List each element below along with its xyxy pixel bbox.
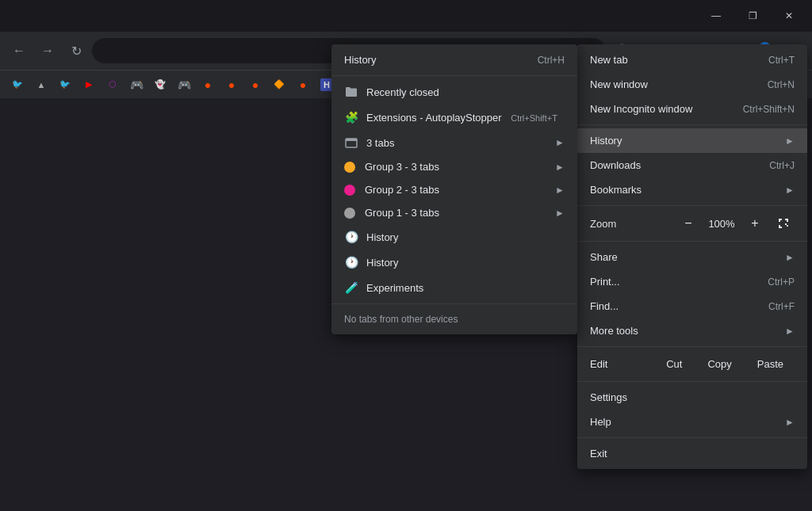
window-icon — [344, 135, 358, 150]
menu-divider-2 — [577, 205, 807, 206]
edit-row: Edit Cut Copy Paste — [577, 350, 807, 378]
edit-label: Edit — [590, 358, 655, 370]
menu-item-new-tab[interactable]: New tab Ctrl+T — [577, 48, 807, 72]
history-submenu-divider-1 — [331, 75, 577, 76]
zoom-row: Zoom − 100% + — [577, 209, 807, 238]
group1-arrow: ► — [555, 208, 565, 219]
downloads-shortcut: Ctrl+J — [769, 160, 795, 171]
bookmark-reddit3[interactable]: ● — [244, 75, 266, 94]
bookmark-bird1[interactable]: 🐦 — [6, 75, 29, 94]
paste-button[interactable]: Paste — [746, 353, 795, 375]
downloads-label: Downloads — [590, 159, 641, 171]
history-experiments[interactable]: 🧪 Experiments — [331, 275, 577, 300]
menu-item-downloads[interactable]: Downloads Ctrl+J — [577, 153, 807, 177]
menu-item-settings[interactable]: Settings — [577, 385, 807, 410]
bookmark-hex[interactable]: ⬡ — [102, 75, 124, 94]
experiments-label: Experiments — [366, 282, 565, 294]
new-incognito-label: New Incognito window — [590, 103, 692, 115]
group2-label: Group 2 - 3 tabs — [365, 184, 547, 196]
maximize-button[interactable]: ❐ — [734, 4, 771, 28]
history-arrow: ► — [785, 135, 795, 147]
history-header-label: History — [344, 54, 376, 66]
settings-label: Settings — [590, 391, 627, 403]
history-label: History — [590, 135, 622, 147]
history-autoplaystopper[interactable]: 🧩 Extensions - AutoplayStopper Ctrl+Shif… — [331, 105, 577, 130]
history-group3[interactable]: Group 3 - 3 tabs ► — [331, 155, 577, 178]
bookmark-reddit4[interactable]: ● — [292, 75, 314, 94]
svg-rect-1 — [346, 139, 357, 141]
new-incognito-shortcut: Ctrl+Shift+N — [743, 104, 795, 115]
bookmark-reddit2[interactable]: ● — [220, 75, 243, 94]
group1-dot — [344, 208, 355, 219]
history-3tabs[interactable]: 3 tabs ► — [331, 130, 577, 155]
menu-item-print[interactable]: Print... Ctrl+P — [577, 269, 807, 294]
3tabs-label: 3 tabs — [366, 137, 547, 149]
history-submenu-header[interactable]: History Ctrl+H — [331, 48, 577, 72]
zoom-label: Zoom — [590, 218, 677, 230]
chrome-menu: New tab Ctrl+T New window Ctrl+N New Inc… — [577, 44, 807, 469]
help-label: Help — [590, 416, 611, 428]
bookmark-game1[interactable]: 🎮 — [125, 75, 147, 94]
menu-divider-3 — [577, 241, 807, 242]
menu-divider-6 — [577, 437, 807, 438]
bookmark-twitter[interactable]: 🐦 — [54, 75, 76, 94]
experiments-icon: 🧪 — [344, 280, 358, 295]
history-group2[interactable]: Group 2 - 3 tabs ► — [331, 178, 577, 201]
group3-label: Group 3 - 3 tabs — [365, 161, 547, 173]
bookmark-orange[interactable]: 🔶 — [268, 75, 290, 94]
zoom-in-button[interactable]: + — [744, 212, 766, 235]
zoom-out-button[interactable]: − — [677, 212, 699, 235]
menu-item-bookmarks[interactable]: Bookmarks ► — [577, 177, 807, 202]
menu-item-exit[interactable]: Exit — [577, 441, 807, 466]
print-shortcut: Ctrl+P — [768, 276, 795, 288]
edit-buttons: Cut Copy Paste — [655, 353, 795, 375]
share-label: Share — [590, 251, 618, 263]
copy-button[interactable]: Copy — [696, 353, 742, 375]
menu-item-help[interactable]: Help ► — [577, 410, 807, 434]
menu-item-new-incognito[interactable]: New Incognito window Ctrl+Shift+N — [577, 97, 807, 121]
puzzle-piece-icon: 🧩 — [344, 110, 358, 124]
history-entry-1[interactable]: 🕐 History — [331, 224, 577, 250]
history-clock-icon-2: 🕐 — [344, 255, 358, 269]
minimize-button[interactable]: — — [698, 4, 734, 28]
history-entry-1-label: History — [366, 231, 565, 243]
print-label: Print... — [590, 276, 620, 288]
new-tab-shortcut: Ctrl+T — [768, 55, 795, 66]
history-entry-2-label: History — [366, 257, 565, 269]
menu-item-history[interactable]: History ► — [577, 128, 807, 153]
history-entry-2[interactable]: 🕐 History — [331, 250, 577, 275]
find-shortcut: Ctrl+F — [768, 301, 795, 312]
exit-label: Exit — [590, 448, 607, 460]
new-window-shortcut: Ctrl+N — [768, 79, 795, 90]
recently-closed-label: Recently closed — [366, 86, 565, 98]
share-arrow: ► — [785, 252, 795, 263]
group3-arrow: ► — [555, 162, 565, 173]
bookmark-reddit1[interactable]: ● — [197, 75, 219, 94]
bookmark-ghost[interactable]: 👻 — [149, 75, 171, 94]
back-button[interactable]: ← — [6, 38, 32, 63]
bookmark-game2[interactable]: 🎮 — [173, 75, 195, 94]
menu-item-share[interactable]: Share ► — [577, 245, 807, 269]
group2-dot — [344, 185, 355, 196]
fullscreen-button[interactable] — [772, 212, 795, 235]
bookmark-bird2[interactable]: ▲ — [30, 75, 52, 94]
help-arrow: ► — [785, 417, 795, 428]
more-tools-label: More tools — [590, 325, 638, 337]
menu-item-more-tools[interactable]: More tools ► — [577, 318, 807, 343]
bookmark-youtube[interactable]: ▶ — [78, 75, 100, 94]
group1-label: Group 1 - 3 tabs — [365, 207, 547, 219]
menu-divider-5 — [577, 381, 807, 382]
history-group1[interactable]: Group 1 - 3 tabs ► — [331, 201, 577, 224]
reload-button[interactable]: ↻ — [63, 38, 89, 63]
title-bar: — ❐ ✕ — [0, 0, 812, 32]
forward-button[interactable]: → — [35, 38, 60, 63]
no-tabs-text: No tabs from other devices — [331, 307, 577, 331]
history-recently-closed[interactable]: Recently closed — [331, 79, 577, 105]
new-window-label: New window — [590, 78, 648, 90]
menu-item-new-window[interactable]: New window Ctrl+N — [577, 72, 807, 97]
close-button[interactable]: ✕ — [771, 4, 807, 28]
bookmarks-arrow: ► — [785, 185, 795, 196]
cut-button[interactable]: Cut — [655, 353, 693, 375]
more-tools-arrow: ► — [785, 326, 795, 337]
menu-item-find[interactable]: Find... Ctrl+F — [577, 294, 807, 318]
